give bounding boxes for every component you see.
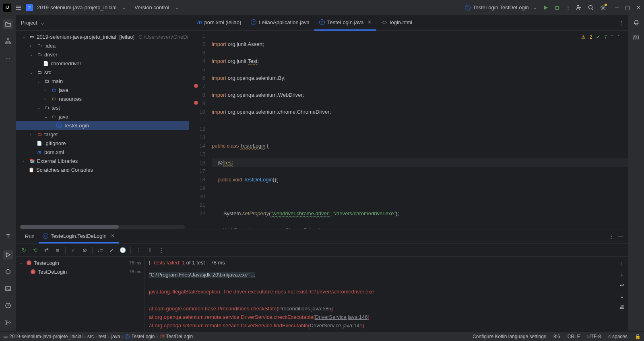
scrollbar-horizontal[interactable]: [16, 225, 189, 229]
main-menu-icon[interactable]: [15, 4, 22, 11]
stop-icon[interactable]: ■: [54, 247, 61, 253]
project-tree[interactable]: ⌄ ▭ 2019-selenium-java-projeto_inicial […: [16, 31, 189, 225]
crumb[interactable]: src: [87, 334, 94, 339]
code-with-me-icon[interactable]: [576, 4, 582, 11]
run-label-tab[interactable]: Run: [21, 229, 39, 243]
tree-item-teste-login[interactable]: C TesteLogin: [16, 121, 189, 130]
crumb[interactable]: test: [99, 334, 106, 339]
vcs-tool-icon[interactable]: [3, 318, 13, 327]
tab-login-html[interactable]: <> login.html: [376, 15, 417, 31]
inspection-widget[interactable]: ⚠2 ✔7 ˄ ˅: [581, 33, 620, 42]
search-icon[interactable]: [588, 4, 594, 11]
close-icon[interactable]: ✕: [636, 4, 641, 10]
problems-tool-icon[interactable]: [3, 301, 13, 310]
indent[interactable]: 4 spaces: [608, 334, 627, 339]
print-icon[interactable]: 🖶: [619, 303, 625, 311]
tree-item-target[interactable]: › 🗀 target: [16, 130, 189, 139]
services-tool-icon[interactable]: [3, 267, 13, 277]
tree-item-driver[interactable]: ⌄ 🗀 driver: [16, 50, 189, 59]
tab-pom[interactable]: m pom.xml (leilao): [192, 15, 246, 31]
tree-root[interactable]: ⌄ ▭ 2019-selenium-java-projeto_inicial […: [16, 32, 189, 41]
breadcrumb[interactable]: ▭ 2019-selenium-java-projeto_inicial › s…: [3, 333, 193, 340]
project-tool-icon[interactable]: [3, 19, 13, 29]
tab-teste-login[interactable]: C TesteLogin.java ✕: [314, 15, 376, 31]
tree-item-pom[interactable]: m pom.xml: [16, 148, 189, 156]
soft-wrap-icon[interactable]: ↩: [620, 281, 624, 289]
crumb[interactable]: TestDeLogin: [166, 334, 193, 339]
hide-icon[interactable]: —: [618, 233, 623, 239]
terminal-tool-icon[interactable]: [3, 284, 13, 293]
run-gutter-icon[interactable]: [194, 84, 198, 88]
console[interactable]: !Tests failed: 1 of 1 test – 78 ms "C:\P…: [145, 257, 628, 331]
more-icon[interactable]: ⋮: [157, 247, 165, 253]
scroll-up-icon[interactable]: ↑: [621, 259, 623, 268]
more-icon[interactable]: ⋮: [619, 20, 624, 26]
import-icon[interactable]: ⇩: [135, 247, 142, 253]
show-ignored-icon[interactable]: ⊘: [81, 247, 88, 253]
line-separator[interactable]: CRLF: [568, 334, 580, 339]
structure-tool-icon[interactable]: [3, 36, 13, 46]
crumb[interactable]: TesteLogin: [131, 334, 155, 339]
chevron-down-icon[interactable]: ⌄: [175, 4, 179, 10]
run-config-tab[interactable]: C TesteLogin.TestDeLogin ✕: [39, 229, 119, 243]
close-icon[interactable]: ✕: [111, 233, 115, 239]
run-gutter-icon[interactable]: [194, 101, 198, 105]
rerun-icon[interactable]: ↻: [20, 247, 27, 253]
code[interactable]: import org.junit.Assert; import org.juni…: [212, 31, 628, 229]
prev-highlight-icon[interactable]: ˄: [611, 33, 613, 42]
export-icon[interactable]: ⇧: [146, 247, 153, 253]
tree-item-scratches[interactable]: 📋 Scratches and Consoles: [16, 165, 189, 174]
more-run-icon[interactable]: ⋮: [566, 4, 571, 10]
scroll-down-icon[interactable]: ↓: [621, 270, 623, 279]
run-button[interactable]: [543, 5, 549, 10]
more-tools-icon[interactable]: ···: [3, 53, 13, 63]
run-config-selector[interactable]: C TesteLogin.TestDeLogin ⌄: [465, 4, 537, 10]
maven-tool-icon[interactable]: m: [633, 33, 639, 42]
editor-content[interactable]: ⚠2 ✔7 ˄ ˅ 123456 7 8 9 10111213141516171…: [189, 31, 628, 229]
test-root-row[interactable]: ⌄ ! TesteLogin 78 ms: [16, 258, 144, 267]
tab-leilao-app[interactable]: C LeilaoApplication.java: [246, 15, 314, 31]
tree-item-src[interactable]: ⌄ 🗀 src: [16, 68, 189, 77]
project-badge[interactable]: 2: [26, 4, 33, 11]
show-passed-icon[interactable]: ✓: [70, 247, 77, 253]
maximize-icon[interactable]: ▢: [625, 4, 630, 10]
expand-icon[interactable]: ⤢: [108, 247, 115, 253]
close-icon[interactable]: ✕: [367, 19, 372, 25]
tree-item-idea[interactable]: › 🗀 .idea: [16, 41, 189, 50]
test-child-row[interactable]: ! TestDeLogin 78 ms: [16, 267, 144, 276]
history-icon[interactable]: 🕘: [119, 247, 126, 253]
readonly-icon[interactable]: 🔓: [635, 334, 641, 339]
more-icon[interactable]: ⋮: [609, 233, 614, 239]
test-tree[interactable]: ⌄ ! TesteLogin 78 ms ! TestDeLogin 78 ms: [16, 257, 145, 331]
crumb[interactable]: 2019-selenium-java-projeto_inicial: [9, 334, 83, 339]
next-highlight-icon[interactable]: ˅: [617, 33, 620, 42]
project-name[interactable]: 2019-selenium-java-projeto_inicial: [37, 4, 116, 10]
minimize-icon[interactable]: ─: [615, 4, 619, 10]
tree-item-resources[interactable]: › 🗀 resources: [16, 94, 189, 103]
scroll-end-icon[interactable]: ⤓: [620, 292, 624, 300]
encoding[interactable]: UTF-8: [587, 334, 601, 339]
sort-icon[interactable]: ↓≡: [97, 247, 104, 253]
tree-item-gitignore[interactable]: 📄 .gitignore: [16, 139, 189, 148]
tree-item-chromedriver[interactable]: 📄 chromedriver: [16, 59, 189, 68]
run-tool-icon[interactable]: [3, 250, 13, 260]
tree-item-java-test[interactable]: ⌄ 🗀 java: [16, 112, 189, 121]
vcs-menu[interactable]: Version control: [134, 4, 169, 10]
kotlin-config[interactable]: Configure Kotlin language settings: [473, 334, 546, 339]
caret-position[interactable]: 8:6: [553, 334, 560, 339]
toggle-auto-icon[interactable]: ⇄: [43, 247, 50, 253]
rerun-failed-icon[interactable]: ⟲: [31, 247, 39, 253]
intellij-logo[interactable]: IJ: [3, 4, 11, 12]
gutter[interactable]: 123456 7 8 9 10111213141516171819202122: [189, 31, 212, 229]
debug-button[interactable]: [554, 5, 560, 10]
settings-icon[interactable]: [600, 4, 606, 11]
tree-item-main[interactable]: ⌄ 🗀 main: [16, 77, 189, 85]
crumb[interactable]: java: [111, 334, 120, 339]
project-title[interactable]: Project ⌄: [21, 20, 45, 26]
tree-item-test[interactable]: ⌄ 🗀 test: [16, 103, 189, 112]
tree-item-java-main[interactable]: › 🗀 java: [16, 85, 189, 94]
chevron-down-icon[interactable]: ⌄: [122, 4, 126, 10]
tree-item-ext-lib[interactable]: › 📚 External Libraries: [16, 156, 189, 165]
text-tool-icon[interactable]: [3, 231, 13, 241]
notifications-icon[interactable]: [633, 19, 640, 26]
